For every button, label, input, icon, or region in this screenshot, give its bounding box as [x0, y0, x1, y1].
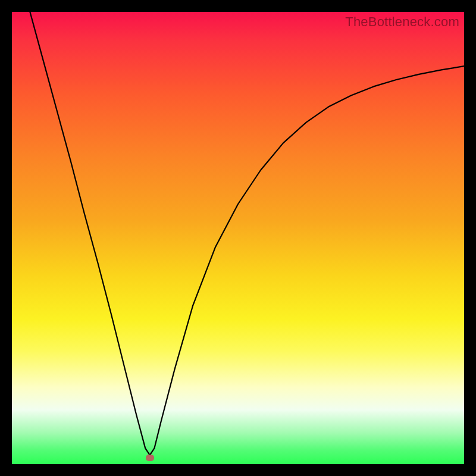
chart-background-gradient — [12, 12, 464, 464]
watermark-text: TheBottleneck.com — [345, 14, 459, 30]
minimum-marker — [146, 455, 154, 461]
chart-frame: TheBottleneck.com — [12, 12, 464, 464]
